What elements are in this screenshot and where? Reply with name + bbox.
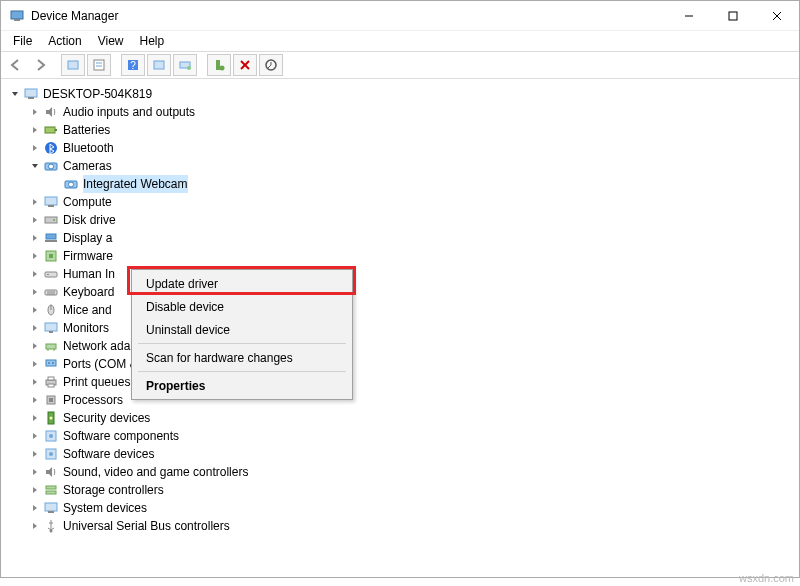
toolbar-btn-6[interactable]: [207, 54, 231, 76]
svg-text:?: ?: [130, 60, 136, 71]
toolbar-btn-help[interactable]: ?: [121, 54, 145, 76]
expand-toggle[interactable]: [29, 124, 41, 136]
expand-toggle[interactable]: [29, 232, 41, 244]
back-button[interactable]: [5, 58, 27, 72]
expand-toggle[interactable]: [29, 286, 41, 298]
tree-item[interactable]: Processors: [5, 391, 795, 409]
tree-item[interactable]: Software components: [5, 427, 795, 445]
expand-toggle[interactable]: [29, 268, 41, 280]
menu-file[interactable]: File: [5, 32, 40, 50]
context-menu: Update driver Disable device Uninstall d…: [131, 269, 353, 400]
tree-item[interactable]: Disk drive: [5, 211, 795, 229]
tree-item[interactable]: Batteries: [5, 121, 795, 139]
tree-item-label: Mice and: [63, 301, 112, 319]
tree-item[interactable]: Bluetooth: [5, 139, 795, 157]
minimize-button[interactable]: [667, 2, 711, 30]
toolbar-btn-uninstall[interactable]: [233, 54, 257, 76]
tree-item-label: Software components: [63, 427, 179, 445]
ctx-update-driver[interactable]: Update driver: [134, 272, 350, 295]
tree-item-label: Human In: [63, 265, 115, 283]
menu-help[interactable]: Help: [132, 32, 173, 50]
expand-toggle[interactable]: [29, 412, 41, 424]
tree-item[interactable]: Audio inputs and outputs: [5, 103, 795, 121]
svg-rect-65: [45, 503, 57, 511]
svg-point-16: [220, 66, 225, 71]
close-button[interactable]: [755, 2, 799, 30]
tree-item[interactable]: Display a: [5, 229, 795, 247]
expand-toggle[interactable]: [29, 160, 41, 172]
expand-toggle[interactable]: [29, 448, 41, 460]
svg-rect-53: [48, 377, 54, 380]
svg-rect-3: [729, 12, 737, 20]
tree-item[interactable]: Firmware: [5, 247, 795, 265]
tree-item-label: Security devices: [63, 409, 150, 427]
tree-item[interactable]: Sound, video and game controllers: [5, 463, 795, 481]
tree-item[interactable]: Network adapters: [5, 337, 795, 355]
tree-item[interactable]: Human In: [5, 265, 795, 283]
menu-action[interactable]: Action: [40, 32, 89, 50]
expand-toggle[interactable]: [29, 484, 41, 496]
tree-item-label: Universal Serial Bus controllers: [63, 517, 230, 535]
tree-item[interactable]: Monitors: [5, 319, 795, 337]
expand-toggle[interactable]: [29, 376, 41, 388]
toolbar-btn-4[interactable]: [147, 54, 171, 76]
tree-item-label: Software devices: [63, 445, 154, 463]
tree-item-label: System devices: [63, 499, 147, 517]
expand-toggle[interactable]: [9, 88, 21, 100]
svg-rect-64: [46, 491, 56, 494]
menu-view[interactable]: View: [90, 32, 132, 50]
ctx-scan-hardware[interactable]: Scan for hardware changes: [134, 346, 350, 369]
expand-toggle[interactable]: [29, 430, 41, 442]
expand-toggle[interactable]: [29, 142, 41, 154]
tree-item[interactable]: Compute: [5, 193, 795, 211]
expand-toggle[interactable]: [29, 394, 41, 406]
tree-item[interactable]: Integrated Webcam: [5, 175, 795, 193]
toolbar-btn-8[interactable]: [259, 54, 283, 76]
tree-item[interactable]: Software devices: [5, 445, 795, 463]
forward-button[interactable]: [29, 58, 51, 72]
svg-point-62: [49, 452, 53, 456]
tree-item[interactable]: Mice and: [5, 301, 795, 319]
svg-point-67: [50, 530, 53, 533]
tree-item[interactable]: System devices: [5, 499, 795, 517]
expand-toggle[interactable]: [29, 340, 41, 352]
expand-toggle[interactable]: [29, 502, 41, 514]
svg-point-26: [49, 164, 54, 169]
ctx-properties[interactable]: Properties: [134, 374, 350, 397]
svg-rect-37: [45, 272, 57, 277]
content-area[interactable]: DESKTOP-504K819Audio inputs and outputsB…: [1, 79, 799, 577]
tree-item[interactable]: Print queues: [5, 373, 795, 391]
expand-toggle[interactable]: [29, 250, 41, 262]
tree-item[interactable]: Universal Serial Bus controllers: [5, 517, 795, 535]
tree-item[interactable]: Keyboard: [5, 283, 795, 301]
tree-item[interactable]: Security devices: [5, 409, 795, 427]
expand-toggle[interactable]: [29, 106, 41, 118]
expand-toggle[interactable]: [29, 304, 41, 316]
expand-toggle[interactable]: [29, 358, 41, 370]
svg-rect-1: [14, 19, 20, 21]
tree-item[interactable]: Storage controllers: [5, 481, 795, 499]
watermark: wsxdn.com: [739, 572, 794, 584]
tree-item[interactable]: Cameras: [5, 157, 795, 175]
tree-item-label: Keyboard: [63, 283, 114, 301]
battery-icon: [43, 122, 59, 138]
tree-item-label: Sound, video and game controllers: [63, 463, 248, 481]
toolbar-btn-1[interactable]: [61, 54, 85, 76]
tree-item[interactable]: DESKTOP-504K819: [5, 85, 795, 103]
toolbar-btn-2[interactable]: [87, 54, 111, 76]
expand-toggle[interactable]: [29, 520, 41, 532]
ctx-disable-device[interactable]: Disable device: [134, 295, 350, 318]
ctx-uninstall-device[interactable]: Uninstall device: [134, 318, 350, 341]
expand-toggle[interactable]: [29, 466, 41, 478]
camera-icon: [43, 158, 59, 174]
expand-toggle[interactable]: [29, 214, 41, 226]
keyboard-icon: [43, 284, 59, 300]
camera-icon: [63, 176, 79, 192]
device-tree[interactable]: DESKTOP-504K819Audio inputs and outputsB…: [5, 85, 795, 535]
expand-toggle[interactable]: [29, 196, 41, 208]
svg-rect-38: [47, 274, 49, 275]
maximize-button[interactable]: [711, 2, 755, 30]
toolbar-btn-5[interactable]: [173, 54, 197, 76]
tree-item[interactable]: Ports (COM & LPT): [5, 355, 795, 373]
expand-toggle[interactable]: [29, 322, 41, 334]
